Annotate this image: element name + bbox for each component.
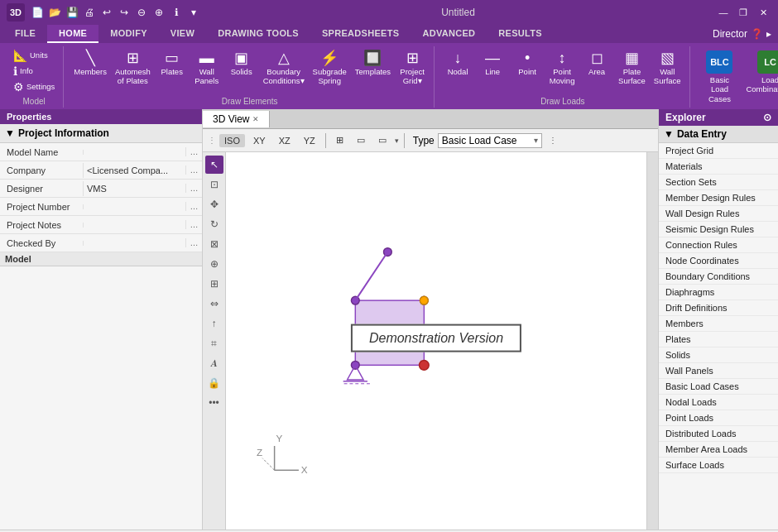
wall-surface-btn[interactable]: ▧ Wall Surface [651, 48, 684, 89]
extrude-btn[interactable]: ↑ [205, 314, 223, 333]
lock-btn[interactable]: 🔒 [205, 374, 223, 392]
project-notes-dots[interactable]: … [185, 220, 202, 229]
company-dots[interactable]: … [185, 165, 202, 175]
view-iso-btn[interactable]: ISO [219, 134, 245, 147]
tab-3d-view[interactable]: 3D View ✕ [203, 111, 270, 127]
explorer-item-nodal-loads[interactable]: Nodal Loads [659, 395, 778, 410]
info-btn[interactable]: ℹ [169, 5, 184, 20]
explorer-item-section-sets[interactable]: Section Sets [659, 175, 778, 190]
tab-modify[interactable]: MODIFY [98, 25, 159, 43]
line-btn[interactable]: — Line [476, 48, 509, 79]
templates-btn[interactable]: 🔲 Templates [352, 48, 394, 79]
annotate-btn[interactable]: 𝑨 [205, 354, 223, 372]
rotate-btn[interactable]: ↻ [205, 215, 223, 233]
view-wire-btn[interactable]: ▭ [373, 133, 391, 147]
view-xy-btn[interactable]: XY [248, 134, 271, 147]
view-frame-btn[interactable]: ⊞ [331, 133, 348, 147]
select-box-btn[interactable]: ⊡ [205, 175, 223, 194]
point-btn[interactable]: • Point [511, 48, 544, 79]
explorer-item-member-area-loads[interactable]: Member Area Loads [659, 442, 778, 458]
explorer-item-materials[interactable]: Materials [659, 159, 778, 175]
toolbar-menu-icon[interactable]: ⋮ [549, 136, 557, 145]
explorer-item-members[interactable]: Members [659, 316, 778, 332]
right-scrollbar[interactable] [646, 152, 658, 530]
more-btn[interactable]: ••• [205, 394, 223, 412]
subgrade-spring-btn[interactable]: ⚡ Subgrade Spring [310, 48, 350, 89]
explorer-item-basic-load-cases[interactable]: Basic Load Cases [659, 379, 778, 395]
new-file-btn[interactable]: 📄 [30, 5, 45, 20]
point-moving-btn[interactable]: ↕ Point Moving [545, 48, 579, 89]
tab-file[interactable]: FILE [3, 25, 47, 43]
info-ribbon-btn[interactable]: ℹ Info [10, 64, 58, 79]
3d-view-close[interactable]: ✕ [252, 115, 259, 123]
print-btn[interactable]: 🖨 [82, 5, 97, 20]
project-grid-btn[interactable]: ⊞ Project Grid▾ [396, 48, 429, 89]
explorer-item-surface-loads[interactable]: Surface Loads [659, 458, 778, 473]
designer-dots[interactable]: … [185, 184, 202, 193]
remove-btn[interactable]: ⊖ [134, 5, 149, 20]
explorer-item-wall-design-rules[interactable]: Wall Design Rules [659, 206, 778, 222]
members-btn[interactable]: ╲ Members [70, 48, 110, 79]
node-btn[interactable]: ⊕ [205, 255, 223, 273]
help-btn[interactable]: ❓ [751, 28, 763, 40]
snap-btn[interactable]: ⊞ [205, 275, 223, 293]
explorer-item-point-loads[interactable]: Point Loads [659, 410, 778, 426]
explorer-item-diaphragms[interactable]: Diaphragms [659, 285, 778, 300]
solids-btn[interactable]: ▣ Solids [225, 48, 258, 79]
view-solid-btn[interactable]: ▭ [352, 133, 370, 147]
basic-load-cases-btn[interactable]: BLC Basic Load Cases [697, 48, 743, 106]
save-btn[interactable]: 💾 [65, 5, 79, 20]
settings-btn[interactable]: ⚙ Settings [10, 79, 58, 94]
area-btn[interactable]: ◻ Area [580, 48, 613, 79]
minimize-btn[interactable]: — [715, 6, 732, 19]
tab-advanced[interactable]: ADVANCED [411, 25, 487, 43]
scale-btn[interactable]: ⊠ [205, 235, 223, 253]
explorer-collapse-btn[interactable]: ⊙ [763, 112, 771, 123]
wall-panels-btn[interactable]: ▬ Wall Panels [190, 48, 223, 89]
explorer-item-solids[interactable]: Solids [659, 347, 778, 363]
tab-view[interactable]: VIEW [159, 25, 206, 43]
select-btn[interactable]: ↖ [205, 156, 223, 174]
explorer-item-boundary-conditions[interactable]: Boundary Conditions [659, 269, 778, 285]
load-combinations-btn[interactable]: LC Load Combinations [744, 48, 778, 97]
restore-btn[interactable]: ❐ [735, 6, 752, 19]
plates-btn[interactable]: ▭ Plates [156, 48, 189, 79]
section-arrow[interactable]: ▼ [664, 128, 674, 140]
checked-by-dots[interactable]: … [185, 238, 202, 247]
tab-results[interactable]: RESULTS [487, 25, 554, 43]
explorer-item-plates[interactable]: Plates [659, 332, 778, 347]
tab-spreadsheets[interactable]: SPREADSHEETS [310, 25, 411, 43]
explorer-item-drift-definitions[interactable]: Drift Definitions [659, 300, 778, 316]
view-yz-btn[interactable]: YZ [299, 134, 320, 147]
dropdown-arrow-view[interactable]: ▾ [395, 137, 399, 145]
close-btn[interactable]: ✕ [755, 6, 771, 19]
add-btn[interactable]: ⊕ [151, 5, 166, 20]
open-file-btn[interactable]: 📂 [47, 5, 62, 20]
collapse-icon[interactable]: ▼ [5, 127, 15, 139]
tab-home[interactable]: HOME [47, 25, 98, 43]
type-dropdown[interactable]: Basic Load Case ▾ [438, 133, 542, 148]
move-btn[interactable]: ✥ [205, 195, 223, 213]
project-number-dots[interactable]: … [185, 202, 202, 211]
tab-drawing-tools[interactable]: DRAWING TOOLS [206, 25, 310, 43]
mirror-btn[interactable]: ⇔ [205, 295, 223, 313]
measure-btn[interactable]: ⌗ [205, 334, 223, 352]
nodal-btn[interactable]: ↓ Nodal [441, 48, 474, 79]
automesh-btn[interactable]: ⊞ Automesh of Plates [112, 48, 154, 89]
explorer-item-connection-rules[interactable]: Connection Rules [659, 237, 778, 253]
model-name-dots[interactable]: … [185, 147, 202, 156]
qa-dropdown-btn[interactable]: ▾ [186, 5, 201, 20]
explorer-item-member-design-rules[interactable]: Member Design Rules [659, 190, 778, 206]
explorer-item-distributed-loads[interactable]: Distributed Loads [659, 426, 778, 442]
units-btn[interactable]: 📐 Units [10, 48, 58, 63]
boundary-conditions-btn[interactable]: △ Boundary Conditions▾ [260, 48, 308, 89]
explorer-item-seismic-design-rules[interactable]: Seismic Design Rules [659, 222, 778, 237]
ribbon-arrow-btn[interactable]: ▸ [766, 28, 771, 40]
view-xz-btn[interactable]: XZ [274, 134, 295, 147]
redo-btn[interactable]: ↪ [117, 5, 132, 20]
explorer-item-node-coordinates[interactable]: Node Coordinates [659, 253, 778, 269]
plate-surface-btn[interactable]: ▦ Plate Surface [615, 48, 649, 89]
undo-btn[interactable]: ↩ [99, 5, 114, 20]
explorer-item-wall-panels[interactable]: Wall Panels [659, 363, 778, 379]
explorer-item-project-grid[interactable]: Project Grid [659, 143, 778, 159]
